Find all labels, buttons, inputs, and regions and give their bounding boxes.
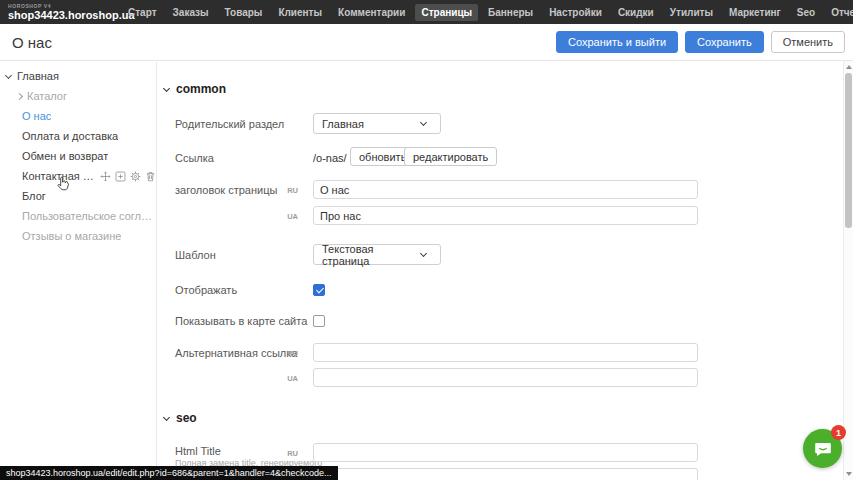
sidebar-item-otzyvy[interactable]: Отзывы о магазине	[0, 226, 156, 246]
alt-link-ru-input[interactable]	[313, 343, 698, 362]
sidebar-item-kontaktnaya[interactable]: Контактная инфор	[0, 166, 156, 186]
page-title: О нас	[0, 34, 52, 51]
menu-item-discounts[interactable]: Скидки	[612, 4, 660, 21]
section-common-header[interactable]: common	[164, 82, 226, 96]
menu-item-marketing[interactable]: Маркетинг	[723, 4, 787, 21]
chat-bubble-icon	[812, 438, 834, 460]
cancel-button[interactable]: Отменить	[771, 31, 845, 53]
menu-item-seo[interactable]: Seo	[791, 4, 821, 21]
parent-section-label: Родительский раздел	[175, 118, 284, 130]
save-exit-button[interactable]: Сохранить и выйти	[556, 31, 678, 53]
link-label: Ссылка	[175, 152, 214, 164]
chat-button[interactable]: 1	[803, 429, 842, 468]
brand-version: HOROSHOP V4	[8, 4, 122, 9]
sidebar-item-soglashenie[interactable]: Пользовательское соглашение	[0, 206, 156, 226]
sidebar-item-glavnaya[interactable]: Главная	[0, 66, 156, 86]
template-select[interactable]: Текстовая страница	[313, 244, 441, 265]
link-value: /o-nas/	[313, 152, 347, 164]
menu-item-banners[interactable]: Баннеры	[482, 4, 539, 21]
sidebar-item-blog[interactable]: Блог	[0, 186, 156, 206]
page-title-ru-input[interactable]	[313, 180, 698, 199]
sidebar-item-katalog[interactable]: Каталог	[0, 86, 156, 106]
menu-item-utilities[interactable]: Утилиты	[664, 4, 719, 21]
menu-item-orders[interactable]: Заказы	[167, 4, 215, 21]
main-menu: Старт Заказы Товары Клиенты Комментарии …	[122, 4, 853, 21]
parent-section-select[interactable]: Главная	[313, 113, 441, 134]
chevron-down-icon	[163, 413, 170, 420]
menu-item-start[interactable]: Старт	[122, 4, 163, 21]
html-title-label: Html Title	[175, 445, 221, 457]
tree-item-actions	[100, 171, 156, 182]
page-header: О нас Сохранить и выйти Сохранить Отмени…	[0, 24, 853, 61]
html-title-ua-input[interactable]	[313, 468, 698, 480]
chevron-right-icon[interactable]	[16, 92, 23, 99]
sitemap-label: Показывать в карте сайта	[175, 315, 307, 327]
edit-form: common Родительский раздел Главная Ссылк…	[158, 62, 843, 480]
sidebar-item-obmen[interactable]: Обмен и возврат	[0, 146, 156, 166]
menu-item-pages[interactable]: Страницы	[415, 4, 478, 21]
gear-icon[interactable]	[130, 171, 141, 182]
alt-link-label: Альтернативная ссылка	[175, 347, 297, 359]
brand-logo[interactable]: HOROSHOP V4 shop34423.horoshop.ua	[0, 4, 122, 21]
brand-domain: shop34423.horoshop.ua	[8, 10, 122, 21]
sidebar: Главная Каталог О нас Оплата и доставка …	[0, 62, 157, 480]
alt-link-ua-input[interactable]	[313, 368, 698, 387]
lang-tag-ru: RU	[282, 186, 298, 195]
add-icon[interactable]	[115, 171, 126, 182]
section-seo-header[interactable]: seo	[164, 411, 197, 425]
vertical-scrollbar	[843, 61, 853, 480]
app-window: HOROSHOP V4 shop34423.horoshop.ua Старт …	[0, 0, 853, 480]
statusbar-url: shop34423.horoshop.ua/edit/edit.php?id=6…	[0, 466, 338, 480]
chevron-down-icon	[163, 84, 170, 91]
link-edit-button[interactable]: редактировать	[404, 147, 497, 166]
trash-icon[interactable]	[145, 171, 156, 182]
display-label: Отображать	[175, 284, 237, 296]
page-tree: Главная Каталог О нас Оплата и доставка …	[0, 62, 156, 246]
html-title-ru-input[interactable]	[313, 443, 698, 462]
chat-notification-badge: 1	[831, 425, 846, 440]
lang-tag-ru: RU	[282, 449, 298, 458]
chevron-down-icon[interactable]	[5, 71, 12, 78]
scroll-up-icon[interactable]	[846, 65, 852, 69]
menu-item-products[interactable]: Товары	[219, 4, 269, 21]
move-icon[interactable]	[100, 171, 111, 182]
topbar: HOROSHOP V4 shop34423.horoshop.ua Старт …	[0, 0, 853, 24]
display-checkbox[interactable]	[313, 284, 325, 296]
scroll-down-icon[interactable]	[846, 472, 852, 476]
lang-tag-ua: UA	[282, 374, 298, 383]
template-label: Шаблон	[175, 249, 216, 261]
lang-tag-ua: UA	[282, 212, 298, 221]
sitemap-checkbox[interactable]	[313, 315, 325, 327]
sidebar-item-o-nas[interactable]: О нас	[0, 106, 156, 126]
menu-item-comments[interactable]: Комментарии	[332, 4, 411, 21]
sidebar-item-oplata[interactable]: Оплата и доставка	[0, 126, 156, 146]
menu-item-settings[interactable]: Настройки	[543, 4, 608, 21]
menu-item-clients[interactable]: Клиенты	[272, 4, 328, 21]
page-title-ua-input[interactable]	[313, 206, 698, 225]
save-button[interactable]: Сохранить	[685, 31, 764, 53]
menu-item-reports[interactable]: Отчеты	[825, 4, 853, 21]
chevron-down-icon	[420, 249, 427, 256]
page-title-field-label: заголовок страницы	[175, 184, 277, 196]
lang-tag-ru: RU	[282, 349, 298, 358]
scrollbar-thumb[interactable]	[845, 73, 852, 228]
chevron-down-icon	[420, 118, 427, 125]
